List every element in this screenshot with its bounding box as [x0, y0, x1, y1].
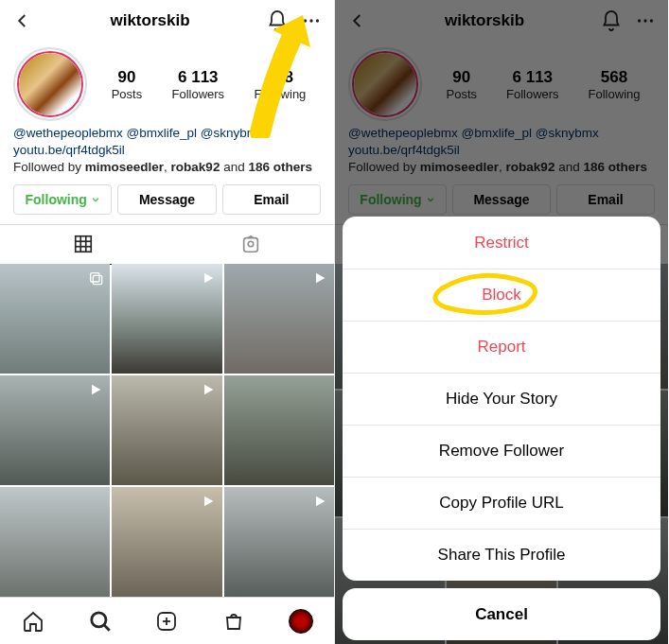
multi-icon — [87, 270, 104, 287]
back-button[interactable] — [9, 8, 36, 34]
action-cancel[interactable]: Cancel — [343, 588, 660, 640]
action-buttons: Following Message Email — [0, 184, 334, 224]
nav-profile-icon[interactable] — [288, 608, 314, 635]
nav-shop-icon[interactable] — [220, 608, 247, 635]
email-button[interactable]: Email — [222, 184, 321, 215]
svg-point-2 — [316, 19, 319, 22]
message-button[interactable]: Message — [117, 184, 216, 215]
stats-row: 90Posts 6 113Followers 568Following — [97, 68, 321, 101]
stat-following[interactable]: 568Following — [254, 68, 306, 101]
svg-point-9 — [248, 241, 254, 247]
action-restrict[interactable]: Restrict — [343, 217, 660, 269]
profile-header: 90Posts 6 113Followers 568Following — [0, 42, 334, 125]
more-options-icon[interactable] — [298, 8, 325, 34]
post-thumb[interactable] — [0, 264, 110, 374]
screen-actionsheet: wiktorskib 90Posts 6 113Followers 568Fol… — [334, 0, 668, 644]
profile-tabs — [0, 224, 334, 264]
notifications-icon[interactable] — [264, 8, 290, 34]
action-remove-follower[interactable]: Remove Follower — [343, 425, 660, 477]
nav-create-icon[interactable] — [153, 608, 180, 635]
svg-marker-12 — [204, 272, 213, 283]
svg-marker-13 — [316, 272, 325, 283]
play-icon — [87, 381, 104, 398]
nav-home-icon[interactable] — [20, 608, 46, 635]
play-icon — [311, 270, 328, 287]
profile-avatar[interactable] — [13, 47, 87, 121]
action-block[interactable]: Block — [343, 269, 660, 321]
svg-line-19 — [104, 625, 110, 631]
action-sheet-panel: Restrict Block Report Hide Your Story Re… — [343, 217, 660, 581]
action-report[interactable]: Report — [343, 321, 660, 373]
stat-followers[interactable]: 6 113Followers — [171, 68, 224, 101]
svg-marker-15 — [204, 384, 213, 394]
post-thumb[interactable] — [112, 264, 221, 374]
svg-rect-11 — [94, 275, 102, 284]
posts-grid — [0, 264, 334, 597]
followed-by-line[interactable]: Followed by mimoseedler, robak92 and 186… — [13, 160, 312, 174]
post-thumb[interactable] — [0, 487, 110, 597]
post-thumb[interactable] — [224, 264, 334, 374]
post-thumb[interactable] — [224, 487, 334, 597]
post-thumb[interactable] — [0, 375, 110, 485]
play-icon — [311, 493, 328, 510]
svg-point-18 — [92, 612, 106, 626]
svg-point-0 — [304, 19, 307, 22]
nav-search-icon[interactable] — [87, 608, 114, 635]
following-button[interactable]: Following — [13, 184, 112, 215]
tab-tagged[interactable] — [167, 225, 335, 264]
svg-marker-17 — [316, 496, 325, 507]
action-copy-url[interactable]: Copy Profile URL — [343, 477, 660, 529]
stat-posts[interactable]: 90Posts — [112, 68, 143, 101]
bio-mentions[interactable]: @wethepeoplebmx @bmxlife_pl @sknybmx — [13, 126, 264, 140]
tab-grid[interactable] — [0, 225, 167, 264]
action-share-profile[interactable]: Share This Profile — [343, 529, 660, 581]
bottom-nav — [0, 597, 334, 644]
svg-rect-10 — [91, 272, 99, 281]
post-thumb[interactable] — [112, 487, 221, 597]
action-sheet: Restrict Block Report Hide Your Story Re… — [335, 217, 668, 644]
post-thumb[interactable] — [112, 375, 221, 485]
svg-marker-16 — [204, 496, 213, 507]
bio-link[interactable]: youtu.be/qrf4tdgk5il — [13, 143, 125, 157]
profile-bio: @wethepeoplebmx @bmxlife_pl @sknybmx you… — [0, 125, 334, 184]
play-icon — [200, 270, 217, 287]
svg-marker-14 — [92, 384, 100, 394]
play-icon — [200, 381, 217, 398]
svg-rect-8 — [243, 238, 257, 252]
svg-rect-3 — [76, 236, 92, 252]
screen-profile: wiktorskib 90Posts 6 113Followers 568Fol… — [0, 0, 334, 644]
action-hide-story[interactable]: Hide Your Story — [343, 373, 660, 425]
top-bar: wiktorskib — [0, 0, 334, 42]
svg-point-1 — [309, 19, 312, 22]
post-thumb[interactable] — [224, 375, 334, 485]
play-icon — [200, 493, 217, 510]
profile-username: wiktorskib — [44, 11, 256, 30]
